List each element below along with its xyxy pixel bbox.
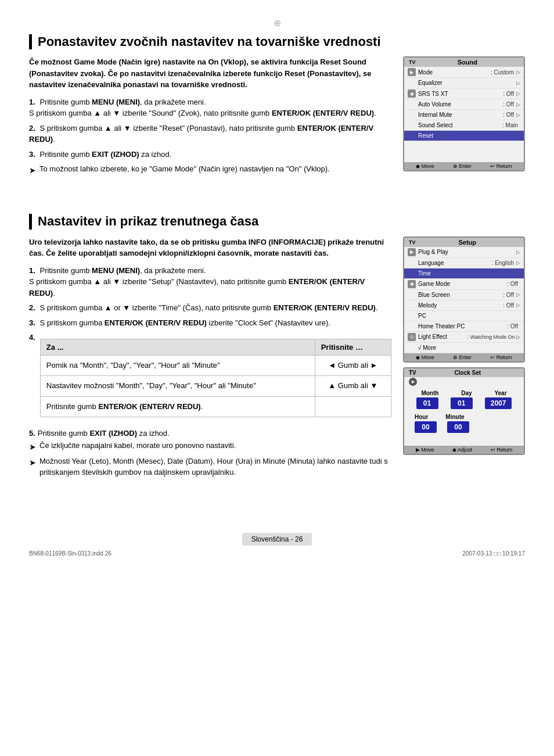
setup-row-hometheater: Home Theater PC : Off bbox=[404, 321, 524, 332]
clock-hour-label: Hour bbox=[415, 414, 428, 420]
clock-footer-move: ▶ Move bbox=[416, 447, 434, 453]
clock-minute-label: Minute bbox=[445, 414, 464, 420]
clock-day-label: Day bbox=[461, 390, 472, 396]
clock-day-value: 01 bbox=[451, 397, 473, 409]
setup-icon-plugplay: ▶ bbox=[408, 248, 416, 256]
setup-footer-enter: ⊕ Enter bbox=[453, 354, 472, 360]
setup-row-plugplay: ▶ Plug & Play ▷ bbox=[404, 247, 524, 258]
step5-text: 5. Pritisnite gumb EXIT (IZHOD) za izhod… bbox=[29, 429, 391, 438]
note-arrow-2-2-icon: ➤ bbox=[29, 457, 36, 469]
setup-row-gamemode: ◉ Game Mode : Off bbox=[404, 279, 524, 290]
table-header-row: Za ... Pritisnite … bbox=[40, 339, 391, 356]
note-arrow-icon: ➤ bbox=[29, 164, 36, 177]
section1-steps: 1. Pritisnite gumb MENU (MENI), da prika… bbox=[29, 96, 391, 160]
section1-text: Če možnost Game Mode (Način igre) nastav… bbox=[29, 56, 391, 179]
clock-time-labels: Hour Minute bbox=[410, 414, 518, 420]
clock-screen-header: TV Clock Set bbox=[404, 368, 524, 377]
setup-row-language: Language : English ▷ bbox=[404, 258, 524, 268]
section2-steps: 1. Pritisnite gumb MENU (MENI), da prika… bbox=[29, 265, 391, 329]
setup-screen-body: ▶ Plug & Play ▷ Language : English ▷ bbox=[404, 247, 524, 353]
clock-screen-footer: ▶ Move ◆ Adjust ↩ Return bbox=[404, 446, 524, 454]
section1-body: Če možnost Game Mode (Način igre) nastav… bbox=[29, 56, 525, 179]
setup-screen-footer: ◆ Move ⊕ Enter ↩ Return bbox=[404, 353, 524, 361]
tv-screen-footer: ◆ Move ⊕ Enter ↩ Return bbox=[404, 162, 524, 170]
setup-row-more: √ More bbox=[404, 343, 524, 353]
setup-footer-move: ◆ Move bbox=[416, 354, 434, 360]
crosshair-top: ⊕ bbox=[29, 17, 525, 28]
tv-screen-header: TV Sound bbox=[404, 58, 524, 67]
table-row-1: Pomik na "Month", "Day", "Year", "Hour" … bbox=[40, 356, 391, 376]
setup-menu-title: Setup bbox=[458, 239, 476, 246]
clock-tv-label: TV bbox=[409, 370, 416, 376]
tv-icon-mode: ▶ bbox=[408, 68, 416, 76]
sound-menu-title: Sound bbox=[458, 59, 477, 66]
clock-body: Month Day Year 01 01 2007 Hour Minute bbox=[404, 386, 524, 439]
table-row-3: Pritisnite gumb ENTER/OK (ENTER/V REDU). bbox=[40, 396, 391, 417]
section1-note: ➤ To možnost lahko izberete, ko je "Game… bbox=[29, 163, 391, 177]
tv-row-srs: ◉ SRS TS XT : Off ▷ bbox=[404, 88, 524, 99]
instruction-table: Za ... Pritisnite … Pomik na "Month", "D… bbox=[40, 339, 391, 417]
setup-row-time: Time ▷ bbox=[404, 268, 524, 279]
step-1-3: 3. Pritisnite gumb EXIT (IZHOD) za izhod… bbox=[29, 149, 391, 160]
step-2-3: 3. S pritiskom gumba ENTER/OK (ENTER/V R… bbox=[29, 317, 391, 329]
footer-return: ↩ Return bbox=[490, 163, 512, 169]
clock-icon: ▶ bbox=[409, 378, 417, 386]
table-row-2: Nastavitev možnosti "Month", "Day", "Yea… bbox=[40, 376, 391, 396]
table-cell-2-1: Nastavitev možnosti "Month", "Day", "Yea… bbox=[40, 376, 315, 396]
step5-container: 5. Pritisnite gumb EXIT (IZHOD) za izhod… bbox=[29, 429, 391, 478]
tv-screen-body: ▶ Mode : Custom ▷ Equalizer ▷ ◉ SRS TS X… bbox=[404, 67, 524, 162]
table-cell-2-2: ▲ Gumb ali ▼ bbox=[315, 376, 391, 396]
setup-icon-lighteffect: ◎ bbox=[408, 333, 416, 341]
bottom-info: BN68-01169B-Sln-0313.indd 26 2007-03-13 … bbox=[29, 550, 525, 557]
tv-label: TV bbox=[409, 59, 416, 65]
clock-footer-adjust: ◆ Adjust bbox=[452, 447, 472, 453]
step-2-1: 1. Pritisnite gumb MENU (MENI), da prika… bbox=[29, 265, 391, 299]
clock-time-values: 00 00 bbox=[410, 421, 518, 433]
bottom-label: Slovenščina - 26 bbox=[242, 533, 312, 546]
setup-row-pc: PC bbox=[404, 311, 524, 321]
section-2: Nastavitev in prikaz trenutnega časa Uro… bbox=[29, 214, 525, 480]
section-1: Ponastavitev zvočnih nastavitev na tovar… bbox=[29, 34, 525, 179]
table-cell-3-2 bbox=[315, 396, 391, 417]
section1-note-text: To možnost lahko izberete, ko je "Game M… bbox=[39, 163, 330, 175]
table-cell-3-1: Pritisnite gumb ENTER/OK (ENTER/V REDU). bbox=[40, 396, 315, 417]
bottom-info-left: BN68-01169B-Sln-0313.indd 26 bbox=[29, 550, 111, 557]
table-cell-1-2: ◄ Gumb ali ► bbox=[315, 356, 391, 376]
setup-row-lighteffect: ◎ Light Effect : Watching Mode On ▷ bbox=[404, 332, 524, 343]
clock-icon-row: ▶ bbox=[404, 377, 524, 386]
section2-body: Uro televizorja lahko nastavite tako, da… bbox=[29, 237, 525, 481]
table-col1-header: Za ... bbox=[40, 339, 315, 356]
clock-year-label: Year bbox=[494, 390, 506, 396]
section2-tv-screens: TV Setup ▶ Plug & Play ▷ Lan bbox=[403, 237, 525, 455]
tv-row-autovolume: Auto Volume : Off ▷ bbox=[404, 99, 524, 110]
clock-footer-return: ↩ Return bbox=[491, 447, 513, 453]
section2-title: Nastavitev in prikaz trenutnega časa bbox=[29, 214, 525, 229]
setup-tv-label: TV bbox=[409, 239, 416, 245]
clock-tv-screen: TV Clock Set ▶ Month Day Year bbox=[403, 367, 525, 455]
step-1-2: 2. S pritiskom gumba ▲ ali ▼ izberite "R… bbox=[29, 123, 391, 145]
note-arrow-2-1-icon: ➤ bbox=[29, 441, 36, 453]
tv-row-equalizer: Equalizer ▷ bbox=[404, 78, 524, 88]
setup-tv-screen: TV Setup ▶ Plug & Play ▷ Lan bbox=[403, 237, 525, 363]
note-2-2: ➤ Možnosti Year (Leto), Month (Mesec), D… bbox=[29, 456, 391, 478]
page-content: ⊕ Ponastavitev zvočnih nastavitev na tov… bbox=[29, 17, 525, 557]
tv-row-internalmute: Internal Mute : Off ▷ bbox=[404, 110, 524, 120]
clock-year-value: 2007 bbox=[485, 397, 512, 409]
section2-text: Uro televizorja lahko nastavite tako, da… bbox=[29, 237, 391, 481]
bottom-area: Slovenščina - 26 BN68-01169B-Sln-0313.in… bbox=[29, 521, 525, 557]
setup-footer-return: ↩ Return bbox=[490, 354, 512, 360]
clock-month-value: 01 bbox=[416, 397, 438, 409]
note-2-1-text: Če izključite napajalni kabel, morate ur… bbox=[39, 440, 236, 452]
section1-title: Ponastavitev zvočnih nastavitev na tovar… bbox=[29, 34, 525, 49]
clock-hour-value: 00 bbox=[415, 421, 437, 433]
step4-label: 4. bbox=[29, 333, 35, 342]
step-2-2: 2. S pritiskom gumba ▲ or ▼ izberite "Ti… bbox=[29, 302, 391, 314]
footer-move: ◆ Move bbox=[416, 163, 434, 169]
section1-tv-screen: TV Sound ▶ Mode : Custom ▷ Equalizer bbox=[403, 56, 525, 171]
footer-enter: ⊕ Enter bbox=[453, 163, 472, 169]
step-1-1: 1. Pritisnite gumb MENU (MENI), da prika… bbox=[29, 96, 391, 119]
clock-month-label: Month bbox=[421, 390, 438, 396]
step4-container: 4. Za ... Pritisnite … Pomik na "Month",… bbox=[29, 333, 391, 423]
tv-row-mode: ▶ Mode : Custom ▷ bbox=[404, 67, 524, 78]
section2-intro: Uro televizorja lahko nastavite tako, da… bbox=[29, 237, 391, 259]
